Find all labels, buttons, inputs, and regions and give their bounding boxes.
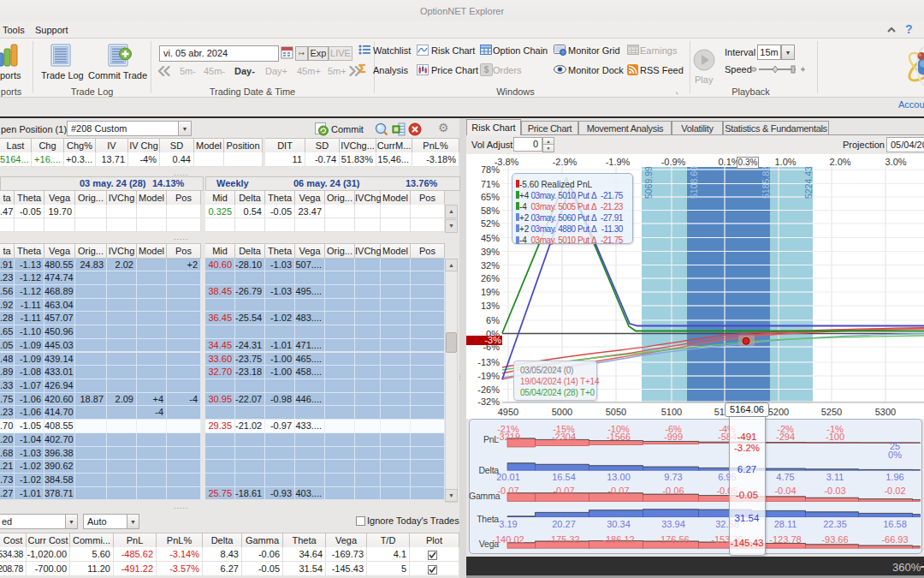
svg-text:5224.43: 5224.43 xyxy=(803,166,814,199)
svg-text:5185.82: 5185.82 xyxy=(761,166,771,199)
svg-text:5108.60: 5108.60 xyxy=(689,166,699,199)
svg-text:5069.99: 5069.99 xyxy=(643,166,654,199)
